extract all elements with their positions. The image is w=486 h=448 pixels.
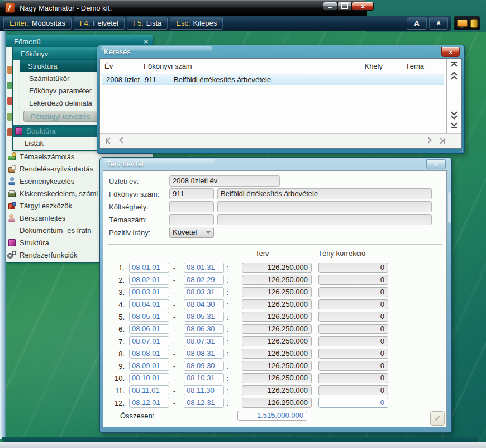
- terv-input[interactable]: 126.250.000: [242, 312, 312, 322]
- scroll-pageup-button[interactable]: [449, 73, 460, 81]
- column-header-tema[interactable]: Téma: [399, 62, 424, 70]
- date-from-input[interactable]: 08.12.01: [129, 398, 169, 408]
- terv-input[interactable]: 126.250.000: [242, 349, 312, 359]
- temaszam-name-field[interactable]: [217, 214, 432, 225]
- terv-input[interactable]: 126.250.000: [242, 324, 312, 334]
- date-from-input[interactable]: 08.02.01: [129, 275, 169, 285]
- uzleti-ev-field[interactable]: 2008 üzleti év: [169, 175, 280, 187]
- nav-first-button[interactable]: [106, 138, 112, 144]
- minimize-button[interactable]: [323, 2, 337, 11]
- pozitiv-irany-select[interactable]: Követel: [169, 227, 214, 238]
- koltseghely-field[interactable]: [169, 201, 214, 212]
- teny-input[interactable]: 0: [318, 398, 388, 408]
- font-small-button[interactable]: A: [429, 17, 448, 30]
- resize-grip[interactable]: [459, 147, 463, 152]
- terv-input[interactable]: 126.250.000: [242, 361, 312, 371]
- temaszam-field[interactable]: [169, 214, 214, 225]
- date-to-input[interactable]: 08.02.29: [184, 275, 224, 285]
- result-row[interactable]: 2008 üzlet 911 Belföldi értékesítés árbe…: [102, 74, 444, 85]
- scroll-top-button[interactable]: [449, 62, 460, 68]
- teny-input[interactable]: 0: [318, 349, 388, 359]
- teny-input[interactable]: 0: [318, 287, 388, 297]
- date-from-input[interactable]: 08.03.01: [129, 287, 169, 297]
- nav-previous-button[interactable]: [120, 138, 125, 142]
- toolbar-button[interactable]: F4:Felvétel: [74, 17, 125, 30]
- teny-input[interactable]: 0: [318, 324, 388, 334]
- date-from-input[interactable]: 08.04.01: [129, 299, 169, 309]
- teny-input[interactable]: 0: [318, 373, 388, 383]
- date-to-input[interactable]: 08.08.31: [184, 349, 224, 359]
- colon-separator: [224, 337, 231, 346]
- toolbar-button[interactable]: Esc:Kilépés: [170, 17, 223, 30]
- teny-input[interactable]: 0: [318, 385, 388, 395]
- divider: [446, 59, 447, 133]
- plan-row: 6.08.06.0108.06.30126.250.0000: [108, 323, 442, 335]
- terv-input[interactable]: 126.250.000: [242, 373, 312, 383]
- scroll-bottom-button[interactable]: [449, 121, 460, 128]
- fokonyvi-szam-field[interactable]: 911: [169, 188, 214, 199]
- terv-input[interactable]: 126.250.000: [242, 398, 312, 408]
- date-from-input[interactable]: 08.08.01: [129, 349, 169, 359]
- date-to-input[interactable]: 08.12.31: [184, 398, 224, 408]
- kereses-titlebar[interactable]: Keresés: [97, 45, 464, 58]
- font-large-button[interactable]: A: [407, 17, 427, 30]
- date-from-input[interactable]: 08.05.01: [129, 312, 169, 322]
- total-field[interactable]: 1.515.000.000: [237, 411, 307, 421]
- scroll-pagedown-button[interactable]: [449, 110, 460, 118]
- teny-input[interactable]: 0: [318, 361, 388, 371]
- date-from-input[interactable]: 08.11.01: [129, 385, 169, 395]
- terv-titlebar[interactable]: Terv bevitel: [100, 158, 451, 170]
- date-from-input[interactable]: 08.06.01: [129, 324, 169, 334]
- date-to-input[interactable]: 08.07.31: [184, 336, 224, 346]
- database-icon[interactable]: [470, 18, 478, 28]
- terv-input[interactable]: 126.250.000: [242, 287, 312, 297]
- close-button[interactable]: [441, 47, 460, 57]
- scrollbar-thumb[interactable]: [448, 192, 451, 223]
- date-to-input[interactable]: 08.03.31: [184, 287, 224, 297]
- teny-input[interactable]: 0: [318, 275, 388, 285]
- date-to-input[interactable]: 08.09.30: [184, 361, 224, 371]
- nav-next-button[interactable]: [426, 138, 431, 142]
- confirm-button[interactable]: [430, 411, 445, 426]
- hotkey-label: F5:: [133, 19, 144, 27]
- date-from-input[interactable]: 08.10.01: [129, 373, 169, 383]
- date-to-input[interactable]: 08.10.31: [184, 373, 224, 383]
- column-header-khely[interactable]: Khely: [358, 62, 383, 70]
- terv-input[interactable]: 126.250.000: [242, 336, 312, 346]
- date-from-input[interactable]: 08.07.01: [129, 336, 169, 346]
- kereses-title: Keresés: [104, 47, 131, 56]
- dash-separator: [169, 350, 179, 358]
- terv-input[interactable]: 126.250.000: [242, 275, 312, 285]
- fokonyvi-szam-name-field[interactable]: Belföldi értékesítés árbevétele: [217, 188, 432, 199]
- date-to-input[interactable]: 08.01.31: [184, 263, 224, 273]
- close-button[interactable]: [352, 2, 374, 11]
- field-label: Költséghely:: [109, 203, 149, 211]
- date-to-input[interactable]: 08.06.30: [184, 324, 224, 334]
- column-header-ev[interactable]: Év: [104, 62, 113, 70]
- date-from-input[interactable]: 08.01.01: [129, 263, 169, 273]
- maximize-button[interactable]: [337, 2, 352, 11]
- desktop: Nagy Machinátor - Demó kft. Enter:Módosí…: [0, 0, 486, 448]
- teny-input[interactable]: 0: [318, 312, 388, 322]
- date-to-input[interactable]: 08.05.31: [184, 312, 224, 322]
- close-button[interactable]: [426, 159, 446, 169]
- monitor-icon[interactable]: [457, 19, 468, 28]
- koltseghely-name-field[interactable]: [217, 201, 432, 212]
- teny-input[interactable]: 0: [318, 263, 388, 273]
- terv-input[interactable]: 126.250.000: [242, 385, 312, 395]
- teny-input[interactable]: 0: [318, 336, 388, 346]
- close-icon: [434, 160, 438, 169]
- row-number: 2.: [108, 276, 125, 284]
- date-from-input[interactable]: 08.09.01: [129, 361, 169, 371]
- nav-last-button[interactable]: [439, 138, 445, 144]
- date-to-input[interactable]: 08.04.30: [184, 299, 224, 309]
- toolbar-button[interactable]: F5:Lista: [127, 17, 168, 30]
- toolbar-button[interactable]: Enter:Módosítás: [3, 17, 72, 30]
- dash-separator: [169, 387, 179, 395]
- terv-input[interactable]: 126.250.000: [242, 299, 312, 309]
- teny-input[interactable]: 0: [318, 299, 388, 309]
- terv-input[interactable]: 126.250.000: [242, 263, 312, 273]
- date-to-input[interactable]: 08.11.30: [184, 385, 224, 395]
- struktura-title: Struktúra: [28, 62, 58, 70]
- column-header-fokonyvi-szam[interactable]: Főkönyvi szám: [144, 62, 192, 70]
